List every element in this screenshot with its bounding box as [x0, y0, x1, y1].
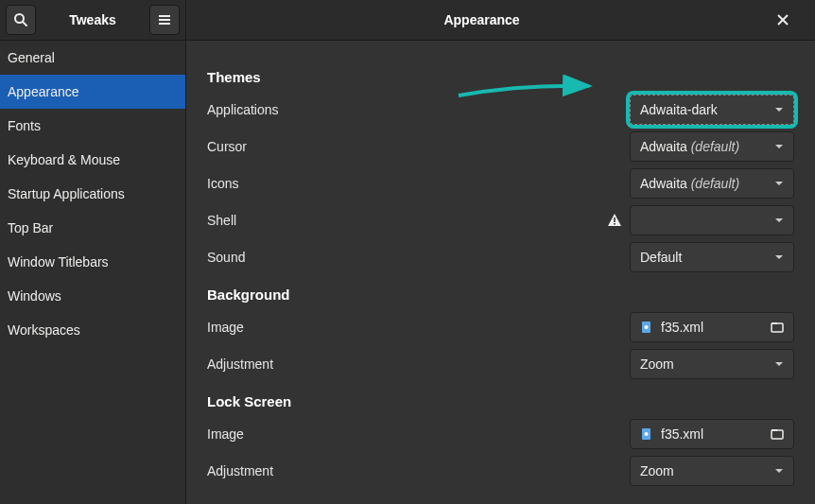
applications-dropdown[interactable]: Adwaita-dark: [630, 95, 794, 125]
sidebar-item-label: Windows: [8, 288, 61, 304]
chevron-down-icon: [774, 359, 784, 369]
dropdown-value: Adwaita (default): [640, 176, 769, 191]
open-icon: [771, 321, 784, 334]
dropdown-value: Adwaita (default): [640, 139, 769, 154]
row-applications: Applications Adwaita-dark: [207, 91, 794, 128]
row-label: Adjustment: [207, 356, 630, 372]
chevron-down-icon: [774, 252, 784, 262]
sidebar-item-fonts[interactable]: Fonts: [0, 109, 185, 143]
warning-icon: [607, 213, 622, 228]
app-title: Tweaks: [40, 12, 146, 27]
section-heading-lockscreen: Lock Screen: [207, 393, 794, 409]
lockscreen-adjustment-dropdown[interactable]: Zoom: [630, 456, 794, 486]
row-background-adjustment: Adjustment Zoom: [207, 345, 794, 382]
sidebar-item-label: Keyboard & Mouse: [8, 152, 120, 167]
row-label: Cursor: [207, 139, 630, 154]
sidebar-item-label: General: [8, 50, 55, 65]
sidebar-item-label: Appearance: [8, 84, 79, 99]
dropdown-value: Default: [640, 250, 769, 265]
sidebar-item-label: Window Titlebars: [8, 254, 109, 269]
svg-point-10: [645, 325, 649, 329]
open-icon: [771, 427, 784, 441]
chevron-down-icon: [774, 142, 784, 151]
sidebar-item-label: Top Bar: [8, 220, 53, 235]
row-shell: Shell: [207, 201, 794, 238]
chevron-down-icon: [774, 179, 784, 188]
page-title: Appearance: [186, 12, 777, 27]
sidebar-item-startup-applications[interactable]: Startup Applications: [0, 177, 185, 211]
row-lockscreen-adjustment: Adjustment Zoom: [207, 452, 794, 489]
sidebar-item-window-titlebars[interactable]: Window Titlebars: [0, 245, 185, 279]
search-icon: [13, 12, 28, 27]
file-icon: [640, 427, 653, 441]
sidebar: General Appearance Fonts Keyboard & Mous…: [0, 41, 186, 504]
row-label: Image: [207, 426, 630, 442]
file-icon: [640, 321, 653, 334]
shell-dropdown[interactable]: [630, 205, 794, 235]
svg-rect-7: [614, 217, 616, 222]
svg-rect-8: [614, 223, 616, 225]
svg-point-14: [645, 432, 649, 436]
file-name: f35.xml: [661, 320, 771, 335]
svg-rect-12: [772, 322, 777, 324]
row-label: Image: [207, 320, 630, 335]
dropdown-value: Zoom: [640, 356, 769, 372]
sidebar-item-label: Fonts: [8, 118, 41, 133]
chevron-down-icon: [774, 466, 784, 476]
sidebar-item-windows[interactable]: Windows: [0, 279, 185, 313]
row-label: Shell: [207, 213, 607, 228]
row-label: Adjustment: [207, 463, 630, 478]
svg-rect-16: [772, 429, 777, 431]
row-sound: Sound Default: [207, 238, 794, 275]
sidebar-item-label: Workspaces: [8, 322, 80, 338]
hamburger-icon: [157, 12, 172, 27]
row-background-image: Image f35.xml: [207, 308, 794, 345]
svg-rect-11: [772, 323, 783, 332]
close-button[interactable]: [777, 14, 815, 26]
icons-dropdown[interactable]: Adwaita (default): [630, 168, 794, 199]
sidebar-item-general[interactable]: General: [0, 41, 185, 75]
headerbar: Tweaks Appearance: [0, 0, 815, 41]
menu-button[interactable]: [149, 5, 180, 35]
close-icon: [777, 14, 789, 26]
row-label: Applications: [207, 102, 630, 117]
file-name: f35.xml: [661, 426, 771, 442]
sidebar-item-label: Startup Applications: [8, 186, 125, 201]
background-image-button[interactable]: f35.xml: [630, 312, 794, 342]
row-label: Sound: [207, 250, 630, 265]
row-cursor: Cursor Adwaita (default): [207, 128, 794, 165]
sidebar-item-workspaces[interactable]: Workspaces: [0, 313, 185, 347]
cursor-dropdown[interactable]: Adwaita (default): [630, 131, 794, 162]
sound-dropdown[interactable]: Default: [630, 242, 794, 272]
sidebar-item-appearance[interactable]: Appearance: [0, 75, 185, 109]
section-heading-background: Background: [207, 287, 794, 303]
lockscreen-image-button[interactable]: f35.xml: [630, 419, 794, 449]
row-lockscreen-image: Image f35.xml: [207, 415, 794, 452]
row-label: Icons: [207, 176, 630, 191]
sidebar-item-keyboard-mouse[interactable]: Keyboard & Mouse: [0, 143, 185, 177]
dropdown-value: Adwaita-dark: [640, 102, 769, 117]
row-icons: Icons Adwaita (default): [207, 165, 794, 201]
dropdown-value: Zoom: [640, 463, 769, 478]
svg-rect-15: [772, 430, 783, 439]
chevron-down-icon: [774, 105, 784, 114]
content-panel: Themes Applications Adwaita-dark Cursor …: [186, 41, 815, 504]
sidebar-item-top-bar[interactable]: Top Bar: [0, 211, 185, 245]
search-button[interactable]: [6, 5, 36, 35]
background-adjustment-dropdown[interactable]: Zoom: [630, 349, 794, 379]
svg-line-1: [23, 22, 26, 26]
section-heading-themes: Themes: [207, 69, 794, 85]
chevron-down-icon: [774, 216, 784, 225]
